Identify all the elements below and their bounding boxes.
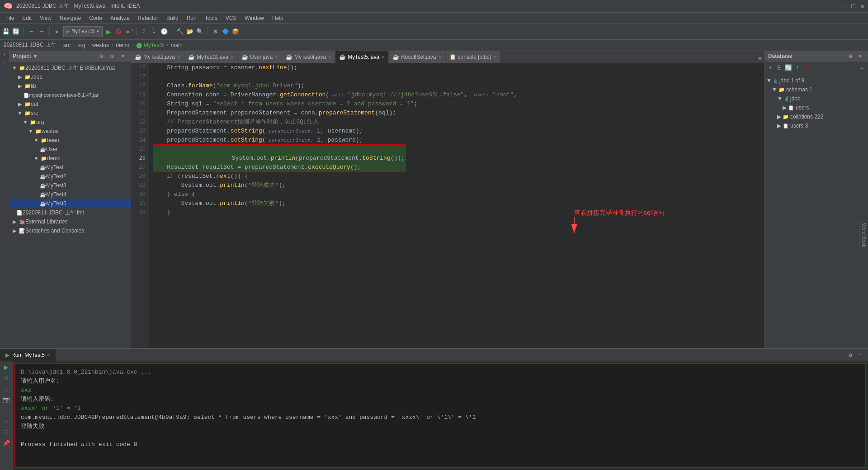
back-button[interactable]: ← [28,28,36,36]
tree-item-iml[interactable]: 📄 20200811-JDBC-上午.iml [9,208,131,217]
tab-mytest5[interactable]: ☕ MyTest5.java ✕ [335,51,389,63]
project-close-icon[interactable]: ✕ [119,52,127,60]
menu-item-file[interactable]: File [2,14,18,22]
open-button[interactable]: 📂 [186,28,194,36]
menu-item-navigate[interactable]: Navigate [56,14,85,22]
tab-console-jdbc[interactable]: 📋 console [jdbc] ✕ [446,51,500,63]
search-button[interactable]: 🔍 [196,28,204,36]
debug-button[interactable]: 🐞 [114,28,123,36]
breadcrumb-mytest5[interactable]: ⬤ MyTest5 [136,42,164,48]
run-tab-close[interactable]: ✕ [47,352,50,357]
minimize-button[interactable]: ─ [842,3,846,10]
build-button[interactable]: 🔨 [176,28,184,36]
run-stop-icon[interactable]: ■ [2,374,10,382]
menu-item-vcs[interactable]: VCS [222,14,241,22]
tab-close-user[interactable]: ✕ [274,55,278,60]
tab-close-mytest3[interactable]: ✕ [230,55,234,60]
db-item-schemas[interactable]: ▼ 📁 schemas 1 [764,85,868,94]
run-filter-icon[interactable]: ☰ [2,428,10,437]
tree-item-root[interactable]: ▼ 📁 20200811-JDBC-上午 E:\XiBuKaiYua [9,63,131,72]
run-autoscroll-icon[interactable]: ↕ [2,407,10,415]
db-item-users-table[interactable]: ▶ 📋 users [764,103,868,112]
forward-button[interactable]: → [38,28,46,36]
save-all-button[interactable]: 💾 [2,28,10,36]
db-refresh-icon[interactable]: 🔄 [784,64,793,72]
breadcrumb-root[interactable]: 20200811-JDBC-上午 [4,41,57,49]
run-minimize-icon[interactable]: ─ [856,351,864,359]
db-stop-icon[interactable]: ■ [802,64,811,72]
coverage-button[interactable]: ▶̈ [124,28,132,36]
git-button[interactable]: ⤴ [140,28,148,36]
project-gear-icon[interactable]: ⚙ [108,52,116,60]
word-book-tab[interactable]: Word Book [859,219,868,251]
tree-item-mytest5[interactable]: ☕ MyTest5 [9,199,131,208]
menu-item-refactor[interactable]: Refactor [134,14,162,22]
db-copy-icon[interactable]: ⎘ [775,64,783,72]
run-config-dropdown[interactable]: ▶ MyTest5 ▾ [63,26,103,37]
code-editor[interactable]: 16 17 18 19 20 21 22 23 24 25 26 27 [131,63,764,348]
tab-close-mytest5[interactable]: ✕ [381,55,385,60]
maximize-button[interactable]: □ [851,3,855,10]
tree-item-org[interactable]: ▼ 📁 org [9,118,131,127]
run-play-icon[interactable]: ▶ [2,363,10,371]
menu-item-tools[interactable]: Tools [201,14,221,22]
tree-item-westos[interactable]: ▼ 📁 westos [9,127,131,136]
db-item-jdbc[interactable]: ▼ 🗄 jdbc 1 of 9 [764,76,868,85]
breadcrumb-westos[interactable]: westos [92,42,109,48]
plugin-2[interactable]: 📦 [231,28,240,36]
run-tab[interactable]: ▶ Run: MyTest5 ✕ [0,349,56,361]
tab-user[interactable]: ☕ User.java ✕ [238,51,282,63]
db-close-icon[interactable]: ✕ [856,52,864,60]
tree-item-user[interactable]: ☕ User [9,145,131,154]
project-sync-icon[interactable]: ⚙ [97,52,105,60]
tree-item-idea[interactable]: ▶ 📁 .idea [9,72,131,81]
tree-item-ext-libs[interactable]: ▶ 📚 External Libraries [9,217,131,226]
close-editor-icon[interactable]: ✕ [758,54,762,63]
close-button[interactable]: ✕ [861,2,864,10]
db-add-icon[interactable]: + [766,64,774,72]
tree-item-src[interactable]: ▼ 📁 src [9,109,131,118]
menu-item-code[interactable]: Code [85,14,106,22]
breadcrumb-org[interactable]: org [77,42,85,48]
tree-item-mytest[interactable]: ☕ MyTest [9,163,131,172]
tree-item-mytest2[interactable]: ☕ MyTest2 [9,172,131,181]
git-pull-button[interactable]: ⤵ [150,28,158,36]
history-button[interactable]: 🕐 [160,28,168,36]
menu-item-window[interactable]: Window [241,14,268,22]
breadcrumb-main[interactable]: main [171,42,183,48]
run-pin-icon[interactable]: 📌 [2,439,10,447]
tree-item-out[interactable]: ▶ 📁 out [9,100,131,109]
structure-tab[interactable]: 1 [0,51,9,59]
menu-item-run[interactable]: Run [183,14,200,22]
db-item-jdbc-schema[interactable]: ▼ 🗄 jdbc [764,94,868,103]
menu-item-analyze[interactable]: Analyze [107,14,133,22]
tree-item-mytest3[interactable]: ☕ MyTest3 [9,181,131,190]
tab-close-console[interactable]: ✕ [493,55,496,60]
run-settings2-icon[interactable]: ⚙ [2,418,10,426]
run-screenshot-icon[interactable]: 📷 [2,396,10,404]
tab-mytest3[interactable]: ☕ MyTest3.java ✕ [184,51,238,63]
db-up-icon[interactable]: ↑ [793,64,802,72]
menu-item-edit[interactable]: Edit [19,14,35,22]
tab-mytest2[interactable]: ☕ MyTest2.java ✕ [131,51,184,63]
project-panel-title[interactable]: Project ▼ [13,53,38,59]
breadcrumb-src[interactable]: src [63,42,71,48]
run-button[interactable]: ▶ [104,28,113,36]
tab-close-resultset[interactable]: ✕ [438,55,442,60]
tree-item-scratches[interactable]: ▶ 📝 Scratches and Consoles [9,226,131,235]
tab-close-mytest4[interactable]: ✕ [328,55,331,60]
run-config-button[interactable]: ▶ [53,28,61,36]
tab-resultset[interactable]: ☕ ResultSet.java ✕ [389,51,445,63]
menu-item-help[interactable]: Help [269,14,287,22]
tab-close-mytest2[interactable]: ✕ [177,55,180,60]
plugin-1[interactable]: 🔷 [222,28,230,36]
settings-button[interactable]: ⚙ [212,28,220,36]
db-edit-icon[interactable]: ✏ [858,64,866,72]
run-settings-icon[interactable]: ⚙ [846,351,854,359]
menu-item-view[interactable]: View [36,14,55,22]
tree-item-lib[interactable]: ▶ 📁 lib [9,81,131,90]
tree-item-mytest4[interactable]: ☕ MyTest4 [9,190,131,199]
db-item-users-3[interactable]: ▶ 📋 users 3 [764,121,868,130]
db-settings-icon[interactable]: ⚙ [846,52,854,60]
sync-button[interactable]: 🔄 [12,28,20,36]
